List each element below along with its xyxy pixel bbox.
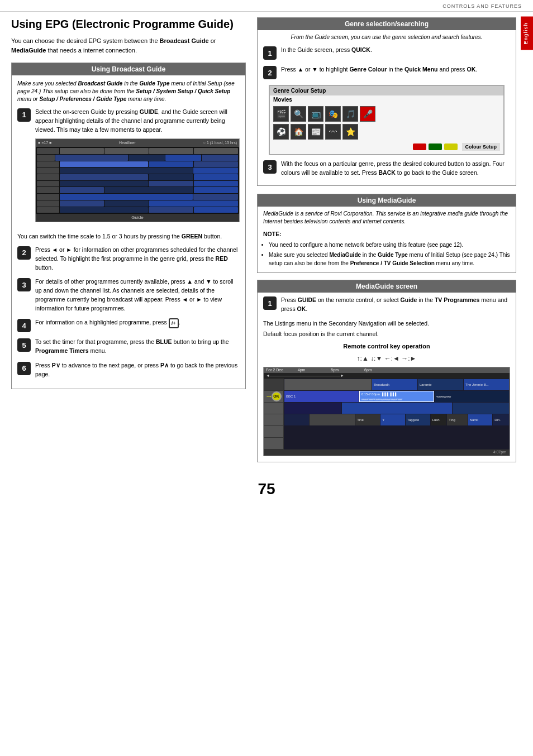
mediaguide-section: Using MediaGuide MediaGuide is a service…: [257, 194, 516, 274]
note-label: NOTE:: [263, 230, 510, 239]
genre-icon-9: 📰: [308, 124, 323, 140]
mg-footer: 4:07pm: [264, 449, 510, 456]
mg-ch-4: [264, 414, 283, 425]
guide-data-row: [37, 155, 238, 161]
step-6-content: Press P∨ to advance to the next page, or…: [35, 361, 240, 379]
step-2-number: 2: [17, 246, 31, 260]
broadcast-guide-note: Make sure you selected Broadcast Guide i…: [17, 80, 240, 103]
step-2-content: Press ◄ or ► for information on other pr…: [35, 246, 240, 272]
step-5-content: To set the timer for that programme, pre…: [35, 338, 240, 356]
guide-bar-top: ■ ≡17 ■ Headliner ○ 1 (1 local, 13 hrs): [36, 139, 239, 147]
genre-step-1-content: In the Guide screen, press QUICK.: [281, 46, 510, 55]
mg-prog-4a: [284, 414, 309, 425]
broadcast-guide-title: Using Broadcast Guide: [12, 63, 245, 75]
mg-prog-3c: [453, 403, 510, 414]
colour-setup-label: Colour Setup: [462, 143, 501, 151]
step-3-content: For details of other programmes currentl…: [35, 277, 240, 313]
mediaguide-bullets: You need to configure a home network bef…: [269, 241, 510, 267]
mg-prog-2a: BBC 1: [284, 391, 359, 402]
mg-prog-4h: Namil: [468, 414, 493, 425]
step-1-row: 1 Select the on-screen Guide by pressing…: [17, 108, 240, 227]
genre-step-3-content: With the focus on a particular genre, pr…: [281, 160, 510, 178]
mg-prog-1d: The Jimmie B...: [464, 379, 509, 390]
step-1-content: Select the on-screen Guide by pressing G…: [35, 108, 240, 227]
listings-text: The Listings menu in the Secondary Navig…: [263, 319, 510, 328]
top-bar-text: CONTROLS AND FEATURES: [442, 3, 522, 9]
info-icon: i+: [169, 318, 179, 328]
guide-data-row-9: [37, 207, 238, 213]
bullet-2: Make sure you selected MediaGuide in the…: [269, 251, 510, 267]
mg-ch-2: ⟹ OK: [264, 391, 283, 402]
genre-icon-1: 🎬: [273, 106, 289, 122]
genre-colour-title: Genre Colour Setup: [270, 86, 503, 95]
page-number: 75: [0, 480, 533, 504]
genre-icon-8: 🏠: [291, 124, 306, 140]
step-1-number: 1: [17, 108, 31, 122]
right-column: Genre selection/searching From the Guide…: [257, 17, 516, 469]
bullet-1: You need to configure a home network bef…: [269, 241, 510, 249]
guide-data-row-8: [37, 200, 238, 207]
genre-icon-4: 🎭: [325, 106, 341, 122]
colour-btn-red: [413, 143, 426, 150]
mediaguide-body: MediaGuide is a service of Rovi Corporat…: [258, 207, 516, 273]
genre-steps: 1 In the Guide screen, press QUICK. 2 Pr…: [258, 44, 516, 185]
genre-icon-5: 🎵: [342, 106, 358, 122]
mg-programs: Broadwalk Laramie The Jimmie B... BBC 1: [284, 379, 510, 449]
mg-prog-row-4: Tine Y Taggate Lush Ting Namil Din.: [284, 414, 509, 425]
mg-prog-4d: Y: [380, 414, 405, 425]
step-3-number: 3: [17, 278, 31, 291]
mediaguide-title: Using MediaGuide: [258, 194, 516, 207]
guide-footer: Guide: [36, 214, 239, 222]
genre-icon-3: 📺: [308, 106, 323, 122]
colour-btn-green: [429, 143, 442, 150]
genre-icon-11: ⭐: [342, 124, 358, 140]
mg-prog-4f: Lush: [431, 414, 447, 425]
green-button-note: You can switch the time scale to 1.5 or …: [17, 232, 240, 241]
mg-step-1-number: 1: [263, 296, 277, 310]
step-5-row: 5 To set the timer for that programme, p…: [17, 338, 240, 356]
guide-header-row: [37, 148, 238, 154]
step-4-number: 4: [17, 319, 31, 332]
mg-prog-4c: Tine: [355, 414, 380, 425]
mg-ch-6: [264, 438, 283, 449]
mg-prog-4b: [310, 414, 355, 425]
main-title: Using EPG (Electronic Programme Guide): [11, 17, 246, 31]
broadcast-guide-body: Make sure you selected Broadcast Guide i…: [12, 75, 245, 389]
genre-icons-row-2: ⚽ 🏠 📰 〰 ⭐: [270, 123, 503, 141]
mg-screen-inner: For 2 Dec 4pm 5pm 6pm ◄—————————————————…: [264, 367, 510, 456]
step-6-row: 6 Press P∨ to advance to the next page, …: [17, 361, 240, 379]
guide-screenshot: ■ ≡17 ■ Headliner ○ 1 (1 local, 13 hrs): [35, 138, 240, 222]
mg-footer-time: 4:07pm: [493, 449, 506, 456]
mg-arrow-bar: ◄——————————————————►: [264, 373, 510, 379]
genre-icon-10: 〰: [325, 124, 341, 140]
broadcast-guide-section: Using Broadcast Guide Make sure you sele…: [11, 63, 246, 389]
remote-title: Remote control key operation: [263, 342, 510, 351]
step-4-row: 4 For information on a highlighted progr…: [17, 318, 240, 332]
mediaguide-intro: MediaGuide is a service of Rovi Corporat…: [263, 210, 510, 226]
genre-step-2-content: Press ▲ or ▼ to highlight Genre Colour i…: [281, 65, 510, 74]
genre-section: Genre selection/searching From the Guide…: [257, 17, 516, 186]
mg-prog-1c: Laramie: [418, 379, 463, 390]
genre-step-2: 2 Press ▲ or ▼ to highlight Genre Colour…: [263, 65, 510, 79]
mg-prog-2b-highlight: wwwwww 6:15-7:00pm ▐▐▐ ▐▐▐ wwwwwwwwwwwww…: [359, 391, 435, 402]
step-4-content: For information on a highlighted program…: [35, 318, 240, 328]
left-column: Using EPG (Electronic Programme Guide) Y…: [11, 17, 246, 469]
mg-prog-3a: [284, 403, 341, 414]
mg-prog-4e: Taggate: [406, 414, 430, 425]
remote-keys: ↑:▲ ↓:▼ ←:◄ →:►: [263, 353, 510, 363]
mg-ch-1: [264, 379, 283, 390]
genre-step-2-number: 2: [263, 66, 277, 79]
mg-screen-body: 1 Press GUIDE on the remote control, or …: [258, 293, 516, 462]
default-focus-text: Default focus position is the current ch…: [263, 330, 510, 339]
mg-screen-section: MediaGuide screen 1 Press GUIDE on the r…: [257, 280, 516, 462]
colour-btn-yellow: [444, 143, 458, 150]
guide-data-row-4: [37, 174, 238, 180]
mg-prog-row-3: [284, 403, 509, 414]
guide-data-row-3: [37, 168, 238, 174]
genre-step-3: 3 With the focus on a particular genre, …: [263, 160, 510, 178]
colour-buttons-row: Colour Setup: [270, 141, 503, 154]
mg-prog-1a: [284, 379, 372, 390]
mg-ch-5: [264, 426, 283, 437]
top-bar: CONTROLS AND FEATURES: [0, 0, 533, 12]
genre-colour-box: Genre Colour Setup Movies 🎬 🔍 📺 🎭 🎵 🎤: [269, 85, 505, 155]
